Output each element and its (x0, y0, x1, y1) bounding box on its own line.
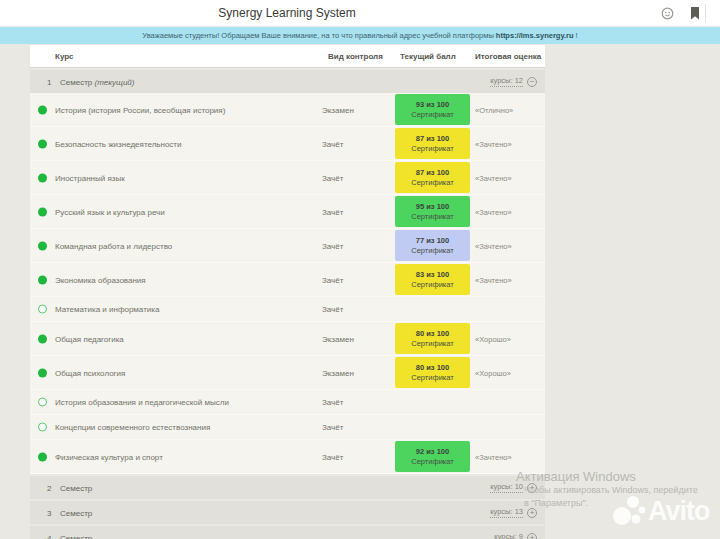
course-name-link[interactable]: Концепции современного естествознания (55, 423, 210, 432)
course-row[interactable]: Физическая культура и спорт Зачёт 92 из … (30, 440, 545, 474)
course-control-type: Зачёт (322, 452, 343, 461)
course-row[interactable]: Иностранный язык Зачёт 87 из 100 Сертифи… (30, 161, 545, 195)
course-score: 87 из 100 (416, 168, 449, 177)
course-status-icon (38, 368, 47, 377)
course-control-type: Зачёт (322, 398, 343, 407)
semester-toggle-icon[interactable]: + (527, 533, 537, 539)
course-name-link[interactable]: Физическая культура и спорт (55, 452, 163, 461)
semester-number: 2 (47, 484, 51, 493)
course-row[interactable]: Русский язык и культура речи Зачёт 95 из… (30, 195, 545, 229)
course-status-icon (38, 275, 47, 284)
course-score: 92 из 100 (416, 447, 449, 456)
course-row[interactable]: Математика и информатика Зачёт (30, 297, 545, 322)
course-status-icon (38, 423, 47, 432)
course-final-grade: «Зачтено» (475, 452, 512, 461)
course-control-type: Зачёт (322, 423, 343, 432)
course-row[interactable]: Экономика образования Зачёт 83 из 100 Се… (30, 263, 545, 297)
windows-watermark-line3: в "Параметры". (524, 497, 698, 510)
semester-courses-count-link[interactable]: курсы: 10 (490, 482, 523, 493)
notice-text-end: ! (576, 31, 578, 40)
notice-text: Уважаемые студенты! Обращаем Ваше вниман… (142, 31, 493, 40)
course-control-type: Экзамен (322, 105, 354, 114)
top-bar: Synergy Learning System (0, 0, 720, 27)
column-header-grade: Итоговая оценка (475, 52, 541, 61)
course-row[interactable]: Общая психология Экзамен 80 из 100 Серти… (30, 356, 545, 390)
course-score-badge: 83 из 100 Сертификат (395, 264, 470, 295)
semester-toggle-icon[interactable]: + (527, 508, 537, 518)
course-name-link[interactable]: Русский язык и культура речи (55, 207, 165, 216)
course-name-link[interactable]: Общая психология (55, 368, 125, 377)
semester-number: 1 (47, 78, 51, 87)
semester-label: Семестр (60, 484, 92, 493)
semester-note: (текущий) (95, 78, 135, 87)
semester-row[interactable]: 3 Семестр курсы: 13 + (30, 501, 545, 524)
semester-label: Семестр (60, 534, 92, 539)
course-final-grade: «Хорошо» (475, 368, 511, 377)
course-row[interactable]: Командная работа и лидерство Зачёт 77 из… (30, 229, 545, 263)
course-score-badge: 87 из 100 Сертификат (395, 162, 470, 193)
course-table-body: 1 Семестр (текущий) курсы: 12 − История … (30, 70, 545, 539)
semester-row[interactable]: 2 Семестр курсы: 10 + (30, 476, 545, 499)
notice-banner: Уважаемые студенты! Обращаем Ваше вниман… (0, 27, 720, 44)
course-name-link[interactable]: Иностранный язык (55, 173, 125, 182)
bookmark-icon[interactable] (688, 6, 702, 20)
course-score: 80 из 100 (416, 329, 449, 338)
course-status-icon (38, 452, 47, 461)
course-certificate-label: Сертификат (411, 457, 453, 466)
course-score-badge: 77 из 100 Сертификат (395, 230, 470, 261)
course-row[interactable]: История образования и педагогической мыс… (30, 390, 545, 415)
notice-url: https://lms.synergy.ru (496, 31, 574, 40)
course-certificate-label: Сертификат (411, 178, 453, 187)
course-status-icon (38, 139, 47, 148)
course-status-icon (38, 207, 47, 216)
course-control-type: Экзамен (322, 368, 354, 377)
course-score-badge: 80 из 100 Сертификат (395, 323, 470, 354)
course-score: 93 из 100 (416, 100, 449, 109)
course-name-link[interactable]: Безопасность жизнедеятельности (55, 139, 181, 148)
course-row[interactable]: Безопасность жизнедеятельности Зачёт 87 … (30, 127, 545, 161)
column-header-course: Курс (55, 52, 74, 61)
course-final-grade: «Зачтено» (475, 207, 512, 216)
chat-icon[interactable] (660, 6, 674, 20)
course-final-grade: «Зачтено» (475, 139, 512, 148)
table-header-row: Курс Вид контроля Текущий балл Итоговая … (30, 45, 545, 68)
column-header-control: Вид контроля (328, 52, 383, 61)
course-status-icon (38, 334, 47, 343)
semester-label: Семестр (60, 78, 92, 87)
course-final-grade: «Отлично» (475, 105, 513, 114)
course-control-type: Зачёт (322, 207, 343, 216)
semester-row[interactable]: 1 Семестр (текущий) курсы: 12 − (30, 70, 545, 93)
semester-courses-count-link[interactable]: курсы: 9 (494, 532, 523, 539)
course-name-link[interactable]: Командная работа и лидерство (55, 241, 172, 250)
course-final-grade: «Зачтено» (475, 241, 512, 250)
course-control-type: Зачёт (322, 139, 343, 148)
semester-courses-count-link[interactable]: курсы: 12 (490, 76, 523, 87)
semester-courses-count-link[interactable]: курсы: 13 (490, 507, 523, 518)
course-row[interactable]: Общая педагогика Экзамен 80 из 100 Серти… (30, 322, 545, 356)
course-control-type: Зачёт (322, 241, 343, 250)
course-certificate-label: Сертификат (411, 339, 453, 348)
avito-watermark: Avito (612, 494, 710, 528)
semester-toggle-icon[interactable]: − (527, 77, 537, 87)
course-certificate-label: Сертификат (411, 373, 453, 382)
course-name-link[interactable]: Математика и информатика (55, 305, 159, 314)
course-name-link[interactable]: Общая педагогика (55, 334, 124, 343)
course-score: 80 из 100 (416, 363, 449, 372)
course-final-grade: «Зачтено» (475, 275, 512, 284)
course-name-link[interactable]: История (история России, всеобщая истори… (55, 105, 225, 114)
semester-toggle-icon[interactable]: + (527, 483, 537, 493)
course-name-link[interactable]: История образования и педагогической мыс… (55, 398, 229, 407)
column-header-score: Текущий балл (400, 52, 456, 61)
course-final-grade: «Зачтено» (475, 173, 512, 182)
course-status-icon (38, 398, 47, 407)
course-certificate-label: Сертификат (411, 144, 453, 153)
topbar-divider (705, 4, 706, 22)
course-score-badge: 93 из 100 Сертификат (395, 94, 470, 125)
course-row[interactable]: История (история России, всеобщая истори… (30, 93, 545, 127)
semester-row[interactable]: 4 Семестр курсы: 9 + (30, 526, 545, 539)
course-control-type: Зачёт (322, 173, 343, 182)
course-row[interactable]: Концепции современного естествознания За… (30, 415, 545, 440)
course-score: 77 из 100 (416, 236, 449, 245)
course-score-badge: 87 из 100 Сертификат (395, 128, 470, 159)
course-name-link[interactable]: Экономика образования (55, 275, 146, 284)
